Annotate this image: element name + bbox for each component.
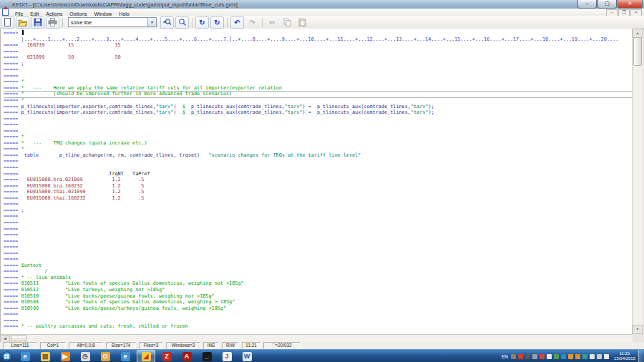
word-icon[interactable]: W [238,351,255,362]
editor-line: ===== 010512 "Live turkeys, weighing not… [4,287,633,293]
internet-explorer-icon[interactable]: e [16,351,34,362]
windows-explorer-icon[interactable]: ▤ [36,351,54,362]
paste-button[interactable] [296,16,309,29]
line-prefix: ===== [4,201,21,207]
drive-icon[interactable] [582,354,587,359]
eject-icon[interactable] [597,354,602,359]
cut-button[interactable]: ✂ [265,16,279,29]
code-segment: EU015000.bra.160232 1.2 .5 [21,183,145,189]
maximize-button[interactable]: ▢ [597,0,617,9]
code-segment: "scenario changes for TRQs at the tariff… [208,152,361,158]
window-icon[interactable] [547,354,552,359]
language-indicator[interactable]: EN [502,354,508,359]
editor-line: ===== [4,244,633,250]
office-icon[interactable] [575,354,580,359]
status-green-icon[interactable] [554,354,559,359]
clock-date: 13/04/2015 [614,356,635,361]
code-segment: 021099 50 50 [21,54,121,60]
editor-line: ===== [4,158,633,165]
internet-explorer-2-icon[interactable]: e [117,351,134,362]
vertical-scroll-thumb[interactable] [633,37,642,66]
line-prefix: ===== [4,85,21,91]
outlook-icon[interactable]: O [97,351,114,362]
document-icon[interactable] [2,9,9,16]
code-segment: * [21,146,24,152]
line-prefix: ===== [4,323,21,329]
display-icon[interactable] [525,354,530,359]
change-button[interactable]: ↻ [195,16,209,29]
zonealarm-icon-glyph: Z [162,352,172,361]
java-icon-glyph: J [223,352,232,361]
sync-icon[interactable] [561,354,566,359]
adobe-reader-icon[interactable]: A [178,351,195,362]
open-file-button[interactable] [16,16,29,29]
line-prefix: ===== [4,268,21,274]
windows-explorer-icon-glyph: ▤ [41,352,50,361]
code-segment: ) [173,109,182,115]
change-all-button[interactable]: ↻ [210,16,224,29]
close-button[interactable]: ✕ [618,0,643,9]
command-prompt-icon[interactable]: _ [198,351,215,362]
editor-line: ===== [4,73,633,79]
editor-line: ===== [4,232,633,238]
media-player-icon[interactable]: ▶ [57,351,74,362]
update-icon[interactable] [540,354,545,359]
word-icon-glyph: W [243,352,252,361]
redo-button[interactable]: ↷ [245,16,259,29]
vertical-scrollbar[interactable]: ▲ ▼ [632,29,643,334]
line-prefix: ===== [4,232,21,238]
find-with-text-button[interactable]: a [160,16,174,29]
editor-line: ===== * -- poultry carcasses and cuts; f… [4,323,633,330]
code-segment: ; [21,207,24,213]
scroll-down-arrow-icon[interactable]: ▼ [633,325,643,334]
virtualbox-icon[interactable] [568,354,573,359]
system-tray: EN 11:21 13/04/2015 [502,350,644,362]
search-combobox[interactable]: solve libe ▼ [68,17,157,27]
editor-line: ===== / [4,268,633,275]
editor-line: ===== [4,213,633,220]
document-tray-icon[interactable] [590,354,595,359]
menu-bar: FileEditActionsOptionsWindowHelp –❐× [0,9,644,16]
java-icon[interactable]: J [218,351,235,362]
save-file-button[interactable] [31,16,44,29]
editor-line: ===== * --- Here we apply the same relat… [4,85,633,92]
editor-line: ===== [4,201,633,207]
line-prefix: ===== [4,67,21,72]
new-file-button[interactable] [1,16,14,29]
editor-lines: ====> |...+....1....+....2....+....3....… [1,29,633,330]
chevron-down-icon[interactable]: ▼ [147,18,156,26]
clock-app-icon[interactable]: ◷ [77,351,94,362]
minimize-button[interactable]: – [577,0,597,9]
status-cell: Line=111 [3,342,37,349]
editor-line: ===== p_tlinecuts(importer,exporter,comt… [4,109,633,116]
kedit-icon[interactable]: ◢ [137,350,155,362]
show-desktop-button[interactable] [638,350,644,362]
zonealarm-icon[interactable]: Z [158,351,175,362]
code-segment: 010519 "Live ducks/geese/guinea fowls, w… [21,293,215,299]
line-prefix: ===== [4,183,21,189]
volume-mixer-icon[interactable] [532,354,537,359]
speaker-icon[interactable] [604,354,609,359]
code-segment: p_tlinecuts_aux(comtrade_tlines, [185,104,285,109]
security-alert-icon[interactable] [518,354,523,359]
taskbar-clock[interactable]: 11:21 13/04/2015 [614,351,635,361]
code-segment: * -- live animals [21,275,72,280]
kedit-window: KEDIT - [C:\Users\himicm\Downloads\CAPRI… [0,0,644,362]
code-segment: TrqNT TaPref [21,171,150,177]
search-combobox-value[interactable]: solve libe [69,20,147,25]
line-prefix: ===== [4,226,21,232]
find-button[interactable] [175,16,189,29]
editor-line: ===== [4,250,633,257]
toolbar-separator [192,18,192,27]
editor-line: ===== * --- TRQ changes (quota incrase e… [4,140,633,147]
print-button[interactable] [46,16,59,29]
undo-button[interactable]: ↶ [230,16,244,29]
line-prefix: ===== [4,244,21,250]
code-segment: "tarv" [411,104,429,109]
copy-button[interactable] [280,16,294,29]
start-button[interactable] [0,351,14,362]
code-segment: p_tlinecuts(importer,exporter,comtrade_t… [21,109,156,115]
briefcase-icon[interactable] [511,354,516,359]
status-cell: Alt=0,0;8 [69,342,103,349]
text-area[interactable]: ====> |...+....1....+....2....+....3....… [0,29,633,334]
